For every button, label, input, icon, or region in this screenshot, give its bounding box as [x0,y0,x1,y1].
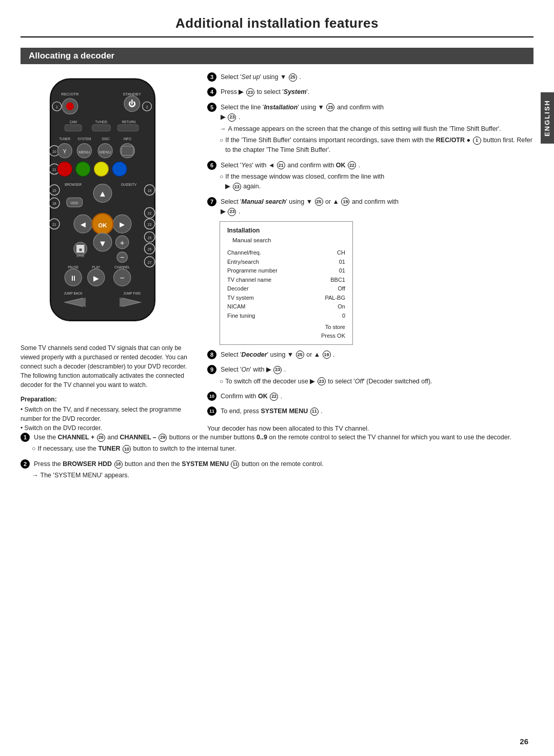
step-1-text: Use the CHANNEL + 26 and CHANNEL – 29 bu… [34,433,511,442]
svg-text:RETURN: RETURN [122,120,136,124]
svg-text:CAM: CAM [70,120,77,124]
bullet-icon-6: ○ [220,172,223,182]
step-1: 1 Use the CHANNEL + 26 and CHANNEL – 29 … [21,433,533,454]
svg-text:PLAY: PLAY [92,265,101,269]
step-4-text: Press ▶ 23 to select 'System'. [221,87,533,97]
step-7-num: 7 [207,197,216,206]
step-3-num: 3 [207,72,216,82]
svg-point-29 [120,144,134,158]
step-3: 3 Select 'Set up' using ▼ 25 . [207,72,533,82]
menu-row-finetuning: Fine tuning 0 [227,312,345,321]
svg-text:OK: OK [98,222,107,228]
svg-text:Y: Y [63,149,67,154]
step-6-sub: If the message window was closed, confir… [225,172,384,192]
prep-text: • Switch on the TV, and if necessary, se… [21,405,195,433]
svg-text:MENU: MENU [100,150,111,154]
step-2-num: 2 [21,459,30,469]
svg-text:⏻: ⏻ [128,100,136,108]
svg-point-4 [66,103,74,110]
svg-text:−: − [120,253,124,261]
svg-text:23: 23 [148,223,152,226]
menu-row-tvsystem: TV system PAL-BG [227,294,345,303]
step-6: 6 Select 'Yes' with ◄ 21 and confirm wit… [207,161,533,192]
step-10: 10 Confirm with OK 22 . [207,392,533,401]
step-6-num: 6 [207,161,216,170]
step-6-text: Select 'Yes' with ◄ 21 and confirm with … [221,161,533,170]
svg-text:22: 22 [148,211,152,215]
svg-rect-16 [117,125,138,131]
svg-text:15: 15 [52,189,56,192]
step-5: 5 Select the line 'Installation' using ▼… [207,103,533,156]
english-tab: ENGLISH [541,92,554,144]
svg-text:CHANNEL: CHANNEL [114,265,130,269]
svg-text:11: 11 [52,168,56,171]
menu-subtitle: Manual search [227,236,345,245]
bullet-icon-9: ○ [220,377,223,386]
step-9-sub: To switch off the decoder use ▶ 23 to se… [225,377,432,386]
bullet-icon-5b: ○ [220,135,223,145]
page-number: 26 [520,737,528,746]
footer-text: Your decoder has now been allocated to t… [207,425,533,432]
step-8: 8 Select 'Decoder' using ▼ 25 or ▲ 19 . [207,350,533,360]
svg-text:DISC: DISC [102,137,110,141]
svg-text:INFO: INFO [124,137,131,141]
svg-text:JUMP FWD: JUMP FWD [124,292,141,295]
step-2: 2 Press the BROWSER HDD 18 button and th… [21,459,533,481]
bullet-icon-1: ○ [32,444,36,454]
svg-text:TV/HDD: TV/HDD [95,120,108,124]
page-title: Additional installation features [0,0,554,36]
step-5-text: Select the line 'Installation' using ▼ 2… [221,103,533,123]
svg-text:JUMP BACK: JUMP BACK [64,292,83,295]
svg-text:25: 25 [148,236,152,240]
svg-text:MENU: MENU [78,150,90,154]
svg-point-36 [112,162,127,176]
step-4: 4 Press ▶ 23 to select 'System'. [207,87,533,97]
step-10-num: 10 [207,392,216,401]
svg-text:BROWSER: BROWSER [65,183,82,186]
svg-rect-15 [92,125,111,131]
main-content: REC/OTR STANDBY ⏻ 1 2 CAM TV/HDD [21,72,533,433]
description-text: Some TV channels send coded TV signals t… [21,343,195,390]
svg-text:1: 1 [56,105,58,109]
left-column: REC/OTR STANDBY ⏻ 1 2 CAM TV/HDD [21,72,195,433]
svg-text:−: − [120,274,125,282]
step-7-text: Select 'Manual search' using ▼ 25 or ▲ 1… [221,197,533,217]
right-column: 3 Select 'Set up' using ▼ 25 . 4 Press ▶… [207,72,533,433]
svg-text:REC/OTR: REC/OTR [61,92,79,96]
menu-display-box: Installation Manual search Channel/freq.… [220,221,353,345]
svg-text:10: 10 [52,150,56,153]
svg-text:27: 27 [148,261,152,264]
step-11-text: To end, press SYSTEM MENU 11 . [221,406,533,416]
svg-text:■: ■ [79,247,82,253]
step-5-num: 5 [207,103,216,112]
svg-text:►: ► [118,220,126,229]
arrow-icon-5a: → [220,124,226,134]
svg-text:◄: ◄ [79,220,87,229]
svg-text:STOP: STOP [76,255,85,258]
svg-point-34 [76,162,90,176]
remote-control-image: REC/OTR STANDBY ⏻ 1 2 CAM TV/HDD [31,72,185,335]
svg-point-35 [94,162,108,176]
menu-row-channel: Channel/freq. CH [227,248,345,258]
step-1-sub: If necessary, use the TUNER 10 button to… [38,444,236,454]
svg-text:▲: ▲ [98,189,107,199]
step-5-sub-a: A message appears on the screen that the… [228,124,501,134]
svg-text:⏸: ⏸ [70,274,77,282]
menu-row-decoder: Decoder Off [227,284,345,294]
svg-text:PAUSE: PAUSE [68,265,78,269]
svg-text:TUNER: TUNER [59,137,70,141]
step-2-text: Press the BROWSER HDD 18 button and then… [34,459,324,469]
svg-text:26: 26 [148,247,152,251]
step-7: 7 Select 'Manual search' using ▼ 25 or ▲… [207,197,533,345]
step-1-num: 1 [21,433,30,442]
menu-title: Installation [227,226,345,236]
step-5-sub-b: If the 'Time Shift Buffer' contains impo… [225,135,533,156]
arrow-icon-2: → [32,471,38,480]
svg-text:▼: ▼ [98,239,107,248]
title-divider [21,36,533,37]
left-column-steps: 1 Use the CHANNEL + 26 and CHANNEL – 29 … [21,433,533,481]
step-11-num: 11 [207,406,216,416]
svg-text:21: 21 [52,223,56,226]
step-9-text: Select 'On' with ▶ 23 . [221,365,533,375]
svg-rect-14 [65,125,82,131]
